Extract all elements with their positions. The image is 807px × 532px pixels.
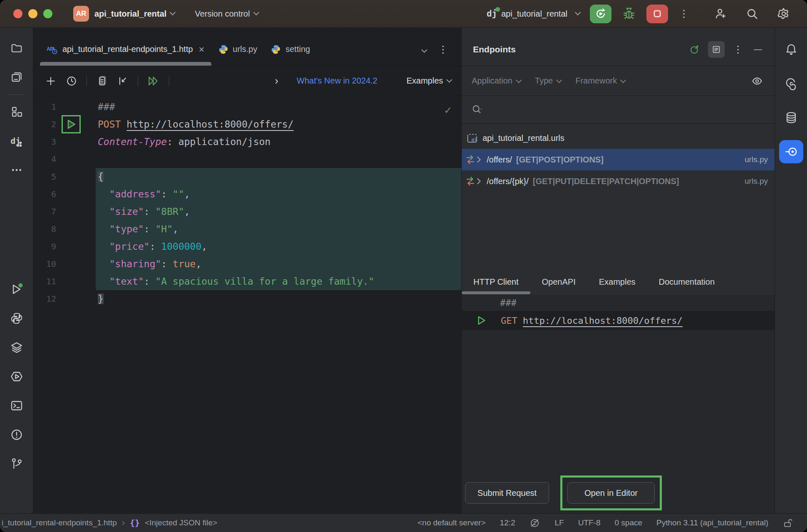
default-server-widget[interactable]: <no default server> [418, 518, 486, 527]
code-line[interactable]: 6 "address": "", [33, 185, 461, 203]
settings-gear-icon[interactable] [777, 7, 790, 20]
endpoint-swap-icon [466, 154, 483, 165]
endpoint-list: dj api_tutorial_rental.urls /offers/[GET… [462, 124, 775, 270]
copy-response-icon[interactable] [96, 75, 108, 87]
notifications-bell-icon[interactable] [782, 40, 800, 59]
tab-label: urls.py [233, 44, 257, 54]
view-options-eye-icon[interactable] [751, 75, 763, 87]
code-token: "type" [109, 224, 144, 234]
python-packages-icon[interactable] [7, 309, 26, 328]
tab-options-icon[interactable]: ⋮ [437, 44, 450, 54]
editor-tab-urls[interactable]: urls.py [211, 33, 264, 66]
svg-text:dj: dj [471, 137, 477, 143]
detail-tab-http-client[interactable]: HTTP Client [462, 270, 530, 294]
problems-icon[interactable] [7, 426, 26, 444]
submit-request-button[interactable]: Submit Request [465, 482, 549, 504]
run-configuration-widget[interactable]: dj api_tutorial_rental [487, 9, 580, 19]
endpoint-target-icon[interactable] [689, 44, 701, 55]
close-tab-icon[interactable]: × [199, 44, 205, 54]
project-folder-icon[interactable] [7, 39, 26, 57]
terminal-icon[interactable] [7, 397, 26, 415]
collapse-chevron-icon[interactable]: › [275, 74, 279, 87]
code-line[interactable]: 4 [33, 150, 461, 168]
code-line[interactable]: 5{ [33, 168, 461, 185]
search-icon[interactable] [745, 7, 759, 20]
interpreter-widget[interactable]: Python 3.11 (api_tutorial_rental) [656, 518, 768, 527]
ai-assistant-icon[interactable] [782, 74, 800, 93]
project-name: api_tutorial_rental [94, 9, 166, 19]
code-line[interactable]: 3Content-Type: application/json [33, 133, 461, 150]
endpoint-search-field[interactable] [462, 96, 775, 124]
inspections-off-icon[interactable] [529, 517, 540, 529]
filter-application[interactable]: Application [472, 76, 521, 86]
filter-type[interactable]: Type [535, 76, 561, 86]
editor-tab-http-file[interactable]: API api_tutorial_rental-endpoints_1.http… [40, 33, 211, 66]
endpoint-row[interactable]: /offers/[GET|POST|OPTIONS]urls.py [462, 149, 775, 170]
module-row[interactable]: dj api_tutorial_rental.urls [462, 127, 775, 149]
whats-new-link[interactable]: What's New in 2024.2 [297, 76, 377, 86]
examples-dropdown[interactable]: Examples [406, 76, 451, 86]
run-request-icon[interactable] [476, 315, 487, 326]
breadcrumb-file[interactable]: i_tutorial_rental-endpoints_1.http [2, 518, 117, 527]
unlocked-padlock-icon[interactable] [782, 517, 794, 529]
debug-button[interactable] [621, 6, 636, 21]
add-request-icon[interactable] [45, 75, 57, 87]
endpoint-file: urls.py [745, 155, 768, 164]
endpoints-tool-icon[interactable] [779, 140, 803, 163]
code-line[interactable]: 9 "price": 1000000, [33, 238, 461, 255]
request-url[interactable]: http://localhost:8000/offers/ [523, 315, 683, 326]
rerun-button[interactable] [590, 5, 611, 23]
get-request-line[interactable]: GET http://localhost:8000/offers/ [462, 311, 775, 330]
code-line[interactable]: 10 "sharing": true, [33, 255, 461, 273]
panel-options-icon[interactable]: ⋮ [732, 44, 745, 54]
database-icon[interactable] [782, 108, 800, 127]
run-all-requests-icon[interactable] [147, 75, 160, 87]
injected-fragment-label[interactable]: <Injected JSON file> [145, 518, 217, 527]
code-line[interactable]: 12} [33, 290, 461, 308]
more-tool-windows-icon[interactable] [7, 161, 26, 179]
detail-tab-examples[interactable]: Examples [587, 270, 647, 294]
django-structure-icon[interactable]: dj [7, 132, 26, 150]
hide-panel-icon[interactable]: — [754, 44, 762, 54]
more-actions-icon[interactable]: ⋮ [678, 9, 691, 19]
services-hexagon-icon[interactable] [7, 367, 26, 386]
maximize-window-button[interactable] [43, 9, 52, 18]
detail-tab-openapi[interactable]: OpenAPI [530, 270, 587, 294]
filter-framework[interactable]: Framework [575, 76, 625, 86]
run-tool-icon[interactable] [7, 280, 26, 298]
detail-tab-documentation[interactable]: Documentation [647, 270, 727, 294]
code-line[interactable]: 8 "type": "H", [33, 220, 461, 238]
file-no-problems-check-icon[interactable]: ✓ [445, 103, 451, 116]
run-request-gutter-icon[interactable] [62, 115, 81, 133]
stop-button[interactable] [646, 5, 668, 23]
line-number: 2 [33, 116, 56, 133]
gutter [56, 98, 96, 116]
code-line[interactable]: 2POST http://localhost:8000/offers/ [33, 116, 461, 133]
layers-stack-icon[interactable] [7, 338, 26, 357]
minimize-window-button[interactable] [28, 9, 37, 18]
vcs-widget[interactable]: Version control [195, 9, 258, 19]
encoding-widget[interactable]: UTF-8 [578, 518, 601, 527]
endpoints-panel-header: Endpoints ⋮ — [462, 28, 775, 66]
code-line[interactable]: 7 "size": "8BR", [33, 203, 461, 220]
code-line[interactable]: 11 "text": "A spacious villa for a large… [33, 273, 461, 290]
code-editor[interactable]: 1###2POST http://localhost:8000/offers/3… [33, 96, 461, 513]
structure-icon[interactable] [7, 103, 26, 121]
caret-position-widget[interactable]: 12:2 [500, 518, 515, 527]
stacked-windows-icon[interactable] [7, 68, 26, 86]
import-requests-icon[interactable] [117, 75, 129, 87]
editor-tab-settings[interactable]: setting [264, 33, 317, 66]
close-window-button[interactable] [13, 9, 22, 18]
indent-widget[interactable]: 0 space [614, 518, 642, 527]
add-user-icon[interactable] [714, 7, 727, 20]
git-branch-icon[interactable] [7, 455, 26, 473]
project-widget[interactable]: AR api_tutorial_rental [73, 6, 175, 22]
details-view-toggle[interactable] [708, 41, 725, 58]
titlebar-right-group: dj api_tutorial_rental ⋮ [487, 5, 807, 23]
endpoint-row[interactable]: /offers/{pk}/[GET|PUT|DELETE|PATCH|OPTIO… [462, 170, 775, 192]
line-separator-widget[interactable]: LF [555, 518, 564, 527]
open-in-editor-button[interactable]: Open in Editor [567, 482, 655, 504]
hidden-tabs-chevron-icon[interactable] [421, 47, 427, 52]
code-line[interactable]: 1### [33, 98, 461, 116]
request-history-icon[interactable] [66, 75, 77, 87]
